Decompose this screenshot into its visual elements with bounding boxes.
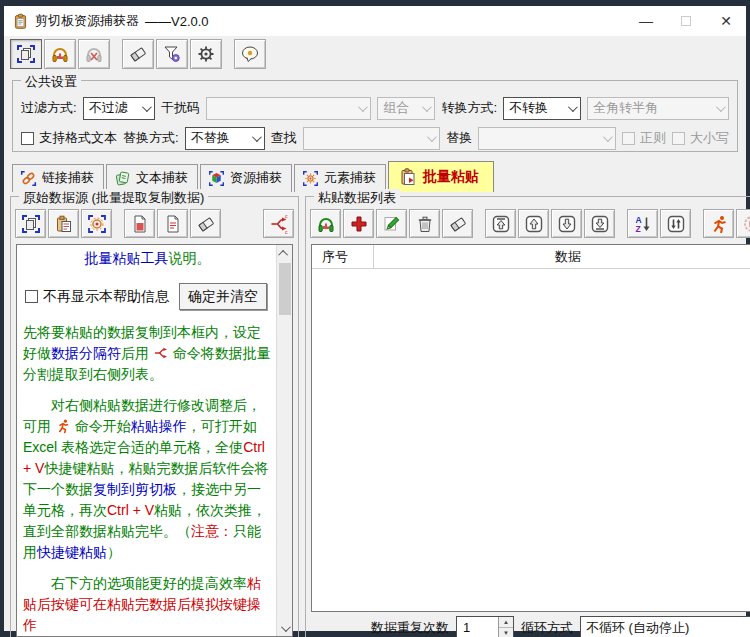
hide-help-checkbox[interactable]: 不再显示本帮助信息 — [25, 286, 169, 307]
resource-cube-icon — [208, 170, 225, 187]
arrow-up-icon — [524, 214, 544, 234]
source-text-area[interactable]: 批量粘贴工具说明。 不再显示本帮助信息 确定并清空 先将要粘贴的数据复制到本框内… — [16, 244, 293, 637]
batch-paste-icon — [398, 167, 418, 187]
paste-data-table[interactable]: 序号 数据 — [311, 244, 750, 612]
maximize-icon — [681, 16, 691, 26]
arrow-bottom-icon — [590, 214, 610, 234]
noise-code-label: 干扰码 — [161, 99, 200, 117]
eraser-icon — [128, 44, 148, 64]
move-down-button[interactable] — [551, 209, 582, 238]
paste-from-clipboard-button[interactable] — [48, 209, 79, 238]
text-capture-icon — [114, 170, 131, 187]
replace-mode-select[interactable]: 不替换 — [185, 127, 265, 150]
chevron-down-icon — [568, 102, 578, 112]
close-button[interactable]: ✕ — [706, 6, 746, 36]
capture-copy-button[interactable] — [15, 209, 46, 238]
spinner-up-icon[interactable]: ▲ — [499, 617, 513, 628]
run-man-icon — [709, 214, 729, 234]
clear-eraser-button[interactable] — [122, 39, 154, 69]
edit-row-button[interactable] — [376, 209, 407, 238]
trash-icon — [415, 214, 435, 234]
convert-mode-select[interactable]: 不转换 — [503, 97, 581, 120]
tab-batch-paste[interactable]: 批量粘贴 — [388, 161, 494, 192]
filter-settings-button[interactable] — [156, 39, 188, 69]
checkbox-box — [25, 290, 38, 303]
monitor-button[interactable] — [310, 209, 341, 238]
start-paste-button[interactable] — [703, 209, 734, 238]
scroll-down-icon[interactable] — [277, 620, 293, 636]
arrow-down-icon — [557, 214, 577, 234]
arrow-top-icon — [491, 214, 511, 234]
confirm-clear-button[interactable]: 确定并清空 — [179, 283, 267, 310]
loop-mode-select[interactable]: 不循环 (自动停止) — [580, 616, 750, 637]
clear-all-button[interactable] — [442, 209, 473, 238]
chevron-down-icon — [252, 132, 262, 142]
chevron-down-icon — [142, 102, 152, 112]
split-extract-button[interactable]: cc — [263, 209, 294, 238]
settings-button[interactable] — [190, 39, 222, 69]
sort-button[interactable]: AZ — [627, 209, 658, 238]
move-up-button[interactable] — [518, 209, 549, 238]
source-data-panel: 原始数据源 (批量提取复制数据) — [10, 196, 299, 637]
clear-source-button[interactable] — [190, 209, 221, 238]
scroll-thumb[interactable] — [279, 263, 291, 315]
about-button[interactable] — [234, 39, 266, 69]
monitor-stop-button — [78, 39, 110, 69]
element-atom-icon — [87, 214, 107, 234]
monitor-start-button[interactable] — [44, 39, 76, 69]
svg-text:c: c — [285, 214, 288, 219]
find-select — [303, 127, 441, 150]
minimize-button[interactable]: — — [626, 6, 666, 36]
window-version: ——V2.0.0 — [145, 14, 209, 29]
main-toolbar — [4, 36, 746, 72]
tab-text-capture[interactable]: 文本捕获 — [106, 164, 198, 192]
convert-mode-label: 转换方式: — [441, 99, 497, 117]
common-settings-label: 公共设置 — [21, 73, 81, 91]
capture-copy-icon — [21, 214, 41, 234]
tab-element-capture[interactable]: 元素捕获 — [294, 164, 386, 192]
window-frame: 剪切板资源捕获器 ——V2.0.0 — ✕ 公共设 — [0, 0, 750, 637]
pencil-icon — [382, 214, 402, 234]
split-arrows-icon — [153, 345, 169, 361]
move-top-button[interactable] — [485, 209, 516, 238]
column-index-header[interactable]: 序号 — [312, 245, 374, 268]
window-title: 剪切板资源捕获器 — [35, 12, 139, 30]
filter-mode-select[interactable]: 不过滤 — [83, 97, 155, 120]
chevron-down-icon — [422, 102, 432, 112]
element-capture-button[interactable] — [81, 209, 112, 238]
source-scrollbar[interactable] — [276, 245, 292, 636]
reverse-order-button[interactable] — [660, 209, 691, 238]
column-data-header[interactable]: 数据 — [374, 248, 750, 266]
plus-icon — [349, 214, 369, 234]
about-bubble-icon — [240, 44, 260, 64]
combine-select: 组合 — [377, 97, 435, 120]
red-document-icon — [130, 214, 150, 234]
common-settings-group: 公共设置 过滤方式: 不过滤 干扰码 组合 转换方式: 不转换 全角转半角 支持… — [12, 80, 738, 152]
delete-row-button[interactable] — [409, 209, 440, 238]
repeat-count-label: 数据重复次数 — [371, 619, 449, 637]
rich-text-checkbox[interactable]: 支持格式文本 — [21, 129, 117, 147]
move-bottom-button[interactable] — [584, 209, 615, 238]
checkbox-box — [622, 132, 635, 145]
repeat-count-spinner[interactable]: 1 ▲▼ — [456, 616, 514, 637]
title-bar: 剪切板资源捕获器 ——V2.0.0 — ✕ — [4, 6, 746, 36]
add-row-button[interactable] — [343, 209, 374, 238]
capture-copy-button[interactable] — [10, 39, 42, 69]
spinner-down-icon[interactable]: ▼ — [499, 628, 513, 637]
scroll-up-icon[interactable] — [277, 245, 293, 261]
save-file-button[interactable] — [157, 209, 188, 238]
replace-mode-label: 替换方式: — [123, 129, 179, 147]
reverse-arrows-icon — [666, 214, 686, 234]
help-paragraph-1: 先将要粘贴的数据复制到本框内，设定好做数据分隔符后用 命令将数据批量分割提取到右… — [23, 322, 272, 385]
monitor-stop-icon — [84, 44, 104, 64]
eraser-icon — [448, 214, 468, 234]
find-label: 查找 — [271, 129, 297, 147]
app-icon — [12, 13, 29, 30]
tab-resource-capture[interactable]: 资源捕获 — [200, 164, 292, 192]
element-capture-icon — [302, 170, 319, 187]
filter-mode-label: 过滤方式: — [21, 99, 77, 117]
tab-link-capture[interactable]: 链接捕获 — [12, 164, 104, 192]
load-file-button[interactable] — [124, 209, 155, 238]
link-icon — [20, 170, 37, 187]
pause-icon — [742, 214, 750, 234]
